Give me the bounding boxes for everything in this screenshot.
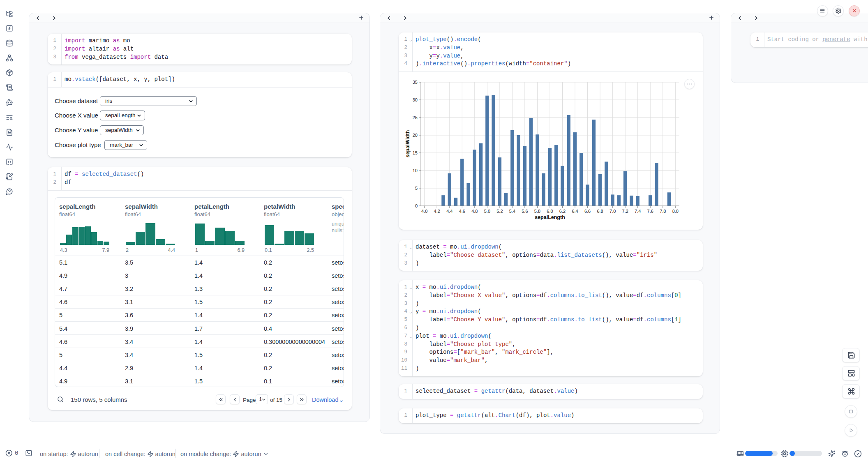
svg-text:0: 0 [415,203,418,208]
svg-text:5.0: 5.0 [484,209,490,214]
svg-text:7.2: 7.2 [622,209,628,214]
svg-text:6.2: 6.2 [559,209,566,214]
svg-text:4.8: 4.8 [471,209,478,214]
svg-text:15: 15 [413,150,418,155]
svg-text:sepalWidth: sepalWidth [405,130,411,158]
svg-text:4.4: 4.4 [446,209,452,214]
svg-text:5.8: 5.8 [534,209,540,214]
svg-text:7.8: 7.8 [660,209,666,214]
svg-text:5.2: 5.2 [496,209,503,214]
svg-text:6.4: 6.4 [572,209,578,214]
svg-text:4.6: 4.6 [459,209,465,214]
svg-text:5.6: 5.6 [522,209,528,214]
svg-text:6.6: 6.6 [584,209,591,214]
svg-text:7.0: 7.0 [609,209,616,214]
svg-text:10: 10 [413,168,418,173]
svg-text:25: 25 [413,115,418,120]
svg-text:sepalLength: sepalLength [535,214,565,220]
svg-text:8.0: 8.0 [672,209,679,214]
svg-text:20: 20 [413,133,418,138]
svg-text:30: 30 [413,97,418,102]
svg-text:4.0: 4.0 [421,209,427,214]
svg-text:4.2: 4.2 [434,209,440,214]
svg-text:5.4: 5.4 [509,209,515,214]
svg-text:5: 5 [415,186,418,191]
svg-text:35: 35 [413,80,418,85]
svg-text:7.6: 7.6 [647,209,653,214]
svg-text:6.8: 6.8 [597,209,603,214]
svg-text:7.4: 7.4 [635,209,641,214]
svg-text:6.0: 6.0 [547,209,553,214]
